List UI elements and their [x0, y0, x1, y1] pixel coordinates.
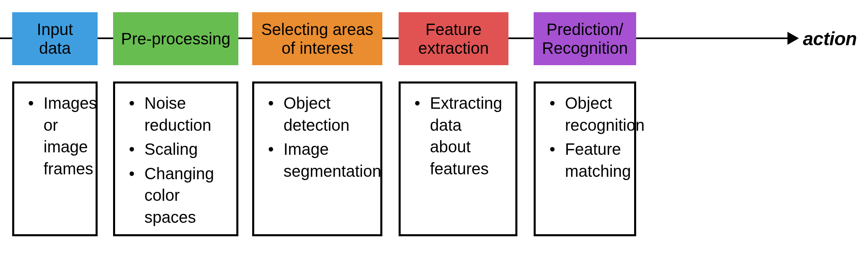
detail-box-prediction-recognition: Object recognitionFeature matching [534, 81, 636, 236]
detail-box-feature-extraction: Extracting data about features [399, 81, 517, 236]
detail-item: Object detection [268, 92, 371, 136]
detail-list: Noise reductionScalingChanging color spa… [129, 92, 227, 229]
output-label: action [803, 28, 857, 50]
stage-input-data: Input data [12, 12, 98, 65]
detail-box-pre-processing: Noise reductionScalingChanging color spa… [113, 81, 238, 236]
stage-selecting-areas: Selecting areas of interest [252, 12, 382, 65]
detail-list: Extracting data about features [414, 92, 506, 180]
stage-prediction-recognition: Prediction/ Recognition [534, 12, 636, 65]
detail-item: Noise reduction [129, 92, 227, 136]
detail-item: Extracting data about features [414, 92, 506, 180]
detail-item: Scaling [129, 138, 227, 160]
stage-box-feature-extraction: Feature extraction [399, 12, 508, 65]
detail-list: Object recognitionFeature matching [550, 92, 625, 182]
detail-item: Feature matching [550, 138, 625, 182]
stage-label: Input data [20, 20, 90, 57]
detail-box-selecting-areas: Object detectionImage segmentation [252, 81, 382, 236]
stage-label: Prediction/ Recognition [542, 20, 628, 57]
stage-box-input-data: Input data [12, 12, 98, 65]
detail-list: Object detectionImage segmentation [268, 92, 371, 182]
stage-box-prediction-recognition: Prediction/ Recognition [534, 12, 636, 65]
stage-box-pre-processing: Pre-processing [113, 12, 238, 65]
detail-item: Object recognition [550, 92, 625, 136]
detail-item: Images or image frames [28, 92, 87, 180]
stage-label: Feature extraction [418, 20, 489, 57]
stage-box-selecting-areas: Selecting areas of interest [252, 12, 382, 65]
detail-box-input-data: Images or image frames [12, 81, 98, 236]
detail-list: Images or image frames [28, 92, 87, 180]
arrow-head-icon [787, 32, 799, 45]
stage-label: Pre-processing [121, 29, 230, 48]
detail-item: Changing color spaces [129, 163, 227, 229]
stage-label: Selecting areas of interest [261, 20, 373, 57]
stage-feature-extraction: Feature extraction [399, 12, 508, 65]
stage-pre-processing: Pre-processing [113, 12, 238, 65]
detail-item: Image segmentation [268, 138, 371, 182]
